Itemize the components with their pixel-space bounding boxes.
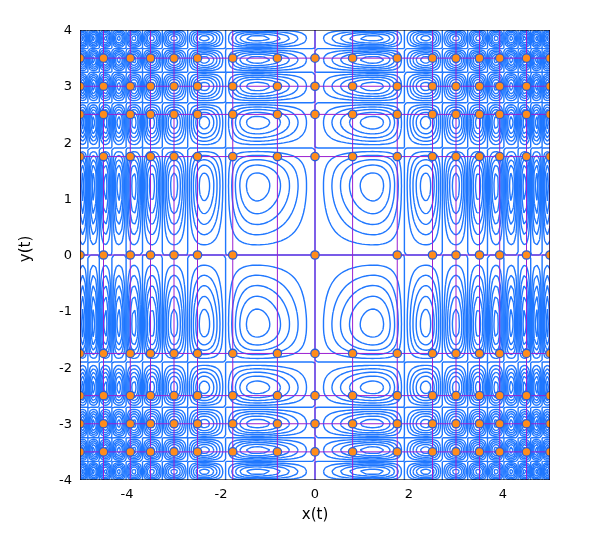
y-tick-label: 2 [64, 135, 72, 150]
critical-point [428, 54, 436, 62]
critical-point [452, 152, 460, 160]
critical-point [452, 82, 460, 90]
critical-point [126, 82, 134, 90]
critical-point [273, 391, 281, 399]
critical-point [546, 349, 550, 357]
critical-point [428, 448, 436, 456]
critical-point [170, 349, 178, 357]
critical-point [146, 420, 154, 428]
critical-point [311, 448, 319, 456]
critical-point [229, 152, 237, 160]
y-tick-label: -3 [59, 416, 72, 431]
critical-point [193, 251, 201, 259]
critical-point [99, 448, 107, 456]
critical-point [475, 152, 483, 160]
critical-point [311, 110, 319, 118]
y-tick-label: 4 [64, 22, 72, 37]
x-tick-label: 0 [305, 486, 325, 501]
critical-point [146, 349, 154, 357]
critical-point [273, 448, 281, 456]
critical-point [273, 110, 281, 118]
critical-point [126, 251, 134, 259]
critical-point [126, 110, 134, 118]
x-tick-label: 4 [493, 486, 513, 501]
critical-point [311, 152, 319, 160]
x-tick-label: -2 [211, 486, 231, 501]
critical-point [80, 391, 84, 399]
critical-point [546, 420, 550, 428]
critical-point [80, 349, 84, 357]
critical-point [146, 110, 154, 118]
critical-point [193, 391, 201, 399]
critical-point [311, 251, 319, 259]
critical-point [546, 82, 550, 90]
x-tick-label: -4 [117, 486, 137, 501]
critical-point [522, 349, 530, 357]
critical-point [522, 152, 530, 160]
critical-point [311, 349, 319, 357]
critical-point [99, 54, 107, 62]
critical-point [496, 391, 504, 399]
critical-point [496, 448, 504, 456]
critical-point [393, 82, 401, 90]
critical-point [348, 349, 356, 357]
critical-point [193, 448, 201, 456]
critical-points-group [80, 54, 550, 456]
critical-point [496, 110, 504, 118]
critical-point [546, 152, 550, 160]
critical-point [80, 152, 84, 160]
critical-point [475, 349, 483, 357]
critical-point [428, 251, 436, 259]
x-axis-label: x(t) [80, 505, 550, 523]
x-tick-label: 2 [399, 486, 419, 501]
critical-point [126, 391, 134, 399]
critical-point [273, 420, 281, 428]
critical-point [496, 54, 504, 62]
critical-point [428, 82, 436, 90]
critical-point [522, 110, 530, 118]
critical-point [475, 82, 483, 90]
critical-point [99, 82, 107, 90]
critical-point [522, 54, 530, 62]
critical-point [273, 349, 281, 357]
critical-point [496, 152, 504, 160]
critical-point [170, 54, 178, 62]
critical-point [99, 349, 107, 357]
critical-point [348, 391, 356, 399]
critical-point [229, 54, 237, 62]
critical-point [80, 420, 84, 428]
critical-point [193, 82, 201, 90]
critical-point [170, 152, 178, 160]
critical-point [393, 391, 401, 399]
critical-point [193, 349, 201, 357]
critical-point [229, 420, 237, 428]
y-tick-label: 0 [64, 247, 72, 262]
critical-point [80, 448, 84, 456]
critical-point [80, 82, 84, 90]
critical-point [99, 110, 107, 118]
critical-point [311, 391, 319, 399]
critical-point [348, 82, 356, 90]
critical-point [496, 420, 504, 428]
plot-area [80, 30, 550, 480]
critical-point [348, 448, 356, 456]
critical-point [229, 448, 237, 456]
y-tick-label: 3 [64, 78, 72, 93]
critical-point [546, 448, 550, 456]
y-tick-label: -1 [59, 303, 72, 318]
critical-point [229, 391, 237, 399]
critical-point [146, 152, 154, 160]
critical-point [452, 110, 460, 118]
y-tick-label: -2 [59, 360, 72, 375]
critical-point [452, 54, 460, 62]
critical-point [348, 54, 356, 62]
critical-point [522, 448, 530, 456]
critical-point [311, 420, 319, 428]
critical-point [170, 251, 178, 259]
y-tick-label: -4 [59, 472, 72, 487]
y-tick-label: 1 [64, 191, 72, 206]
critical-point [496, 82, 504, 90]
critical-point [393, 448, 401, 456]
critical-point [348, 420, 356, 428]
critical-point [496, 251, 504, 259]
